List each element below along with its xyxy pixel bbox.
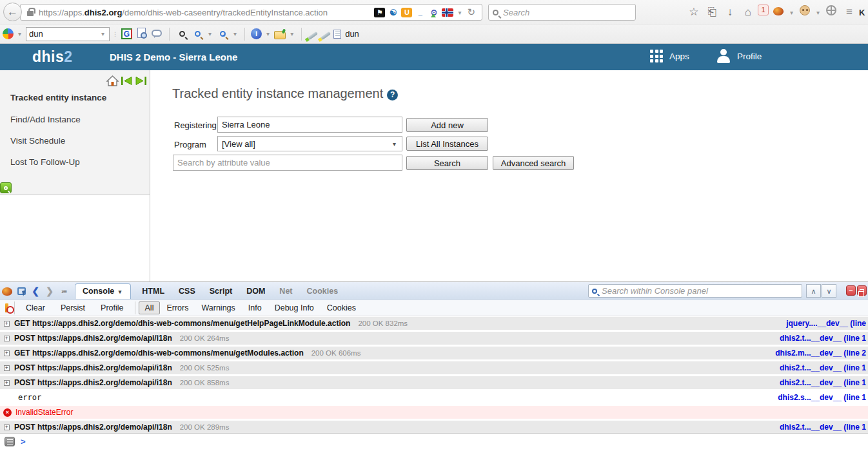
greasemonkey-dropdown-icon[interactable]: ▾	[814, 9, 822, 16]
previous-module-icon[interactable]	[121, 75, 133, 86]
source-link[interactable]: dhis2.t...__dev__ (line 1	[780, 363, 866, 372]
tab-css[interactable]: CSS	[172, 284, 202, 299]
profile-button[interactable]: Profile	[93, 301, 131, 314]
zoom-in-dropdown-icon[interactable]: ▾	[232, 30, 239, 37]
profile-menu-button[interactable]: Profile	[716, 48, 762, 64]
folder-pin-icon[interactable]	[274, 31, 286, 39]
list-all-instances-button[interactable]: List All Instances	[406, 137, 488, 151]
expand-icon[interactable]: +	[4, 350, 10, 356]
console-search-box[interactable]	[588, 284, 802, 298]
expand-icon[interactable]: +	[4, 425, 10, 430]
gear-extension-icon[interactable]: ⚙	[428, 8, 439, 17]
tab-script[interactable]: Script	[202, 284, 239, 299]
persist-button[interactable]: Persist	[53, 301, 93, 314]
menu-hamburger-icon[interactable]: ≡	[841, 4, 858, 21]
search-next-button[interactable]: ∨	[822, 284, 836, 298]
google-toolbar-icon[interactable]	[3, 28, 14, 39]
filter-all[interactable]: All	[139, 301, 161, 314]
inspect-element-icon[interactable]	[14, 284, 28, 298]
comment-bubble-icon[interactable]	[150, 28, 163, 41]
notification-badge[interactable]: 1	[758, 5, 769, 15]
bookmark-star-icon[interactable]: ☆	[686, 4, 702, 21]
clear-button[interactable]: Clear	[18, 301, 53, 314]
apps-menu-button[interactable]: Apps	[650, 50, 689, 63]
downloads-icon[interactable]: ↓	[722, 4, 738, 21]
advanced-search-button[interactable]: Advanced search	[493, 156, 574, 170]
back-button[interactable]: ←	[3, 3, 22, 21]
spotlight-search-icon[interactable]	[175, 28, 188, 41]
source-link[interactable]: dhis2.t...__dev__ (line 1	[780, 423, 866, 432]
break-on-errors-icon[interactable]	[5, 303, 8, 312]
history-back-icon[interactable]: ❮	[28, 284, 43, 298]
browser-search-input[interactable]	[498, 8, 631, 17]
tab-cookies[interactable]: Cookies	[300, 284, 346, 299]
firebug-toolbar-icon[interactable]	[770, 4, 787, 21]
tab-dom[interactable]: DOM	[239, 284, 272, 299]
filter-cookies[interactable]: Cookies	[321, 301, 362, 314]
zoom-search-icon[interactable]	[191, 28, 204, 41]
sidebar-item-visit-schedule[interactable]: Visit Schedule	[10, 136, 65, 146]
bookmarks-list-icon[interactable]: ⎗	[704, 4, 720, 21]
info-dropdown-icon[interactable]: ▾	[264, 30, 271, 37]
expand-icon[interactable]: +	[4, 365, 10, 371]
firebug-detach-button[interactable]	[857, 285, 867, 296]
source-link[interactable]: dhis2.t...__dev__ (line 1	[780, 378, 866, 387]
globe-edit-icon[interactable]	[823, 4, 840, 21]
clipped-extension-icon[interactable]: K	[859, 8, 865, 17]
zoom-in-icon[interactable]: +	[216, 28, 229, 41]
registering-unit-input[interactable]	[217, 117, 402, 133]
reload-icon[interactable]: ↻	[466, 6, 479, 18]
tab-net[interactable]: Net	[272, 284, 299, 299]
command-line-icon[interactable]	[5, 437, 15, 446]
program-select[interactable]: [View all] ▾	[217, 136, 402, 151]
swirl-extension-icon[interactable]: ☯	[388, 8, 399, 17]
underscore-extension-icon[interactable]: _	[415, 8, 426, 17]
attribute-search-input[interactable]	[173, 155, 402, 171]
next-module-icon[interactable]	[135, 75, 147, 86]
expand-icon[interactable]: +	[4, 321, 10, 327]
sidebar-item-find-add-instance[interactable]: Find/Add Instance	[10, 115, 81, 124]
firebug-menu-icon[interactable]	[0, 284, 14, 298]
greasemonkey-icon[interactable]	[796, 4, 813, 21]
source-link[interactable]: dhis2.m...__dev__ (line 2	[775, 349, 866, 358]
filter-info[interactable]: Info	[242, 301, 268, 314]
dhis2-logo[interactable]: dhis2	[32, 48, 73, 66]
home-icon[interactable]: ⌂	[740, 4, 756, 21]
sidebar-section-title[interactable]: Tracked entity instance	[10, 93, 106, 102]
yellow-highlighter-icon[interactable]	[321, 32, 331, 40]
toolbar-search-combo[interactable]: dun ▾	[26, 27, 110, 41]
expand-icon[interactable]: +	[4, 336, 10, 341]
lock-icon[interactable]	[27, 11, 34, 16]
module-home-icon[interactable]	[106, 75, 119, 86]
tab-html[interactable]: HTML	[135, 284, 172, 299]
info-icon[interactable]: i	[251, 28, 262, 39]
tab-console[interactable]: Console ▾	[75, 283, 131, 299]
source-link[interactable]: jquery....__dev__ (line	[786, 319, 866, 328]
zoom-dropdown-icon[interactable]: ▾	[206, 30, 213, 37]
source-link[interactable]: dhis2.t...__dev__ (line 1	[780, 334, 866, 343]
firebug-minimize-button[interactable]: −	[846, 285, 856, 296]
google-dropdown-icon[interactable]: ▾	[16, 30, 23, 37]
expand-icon[interactable]: +	[4, 380, 10, 386]
folder-dropdown-icon[interactable]: ▾	[288, 30, 295, 37]
orange-u-extension-icon[interactable]: U	[401, 8, 412, 17]
url-bar[interactable]: https://apps.dhis2.org/demo/dhis-web-cas…	[20, 4, 482, 21]
command-line-prompt[interactable]: >	[21, 437, 26, 446]
help-icon[interactable]: ?	[387, 90, 398, 100]
norway-flag-icon[interactable]	[442, 8, 453, 17]
g-search-icon[interactable]: G	[121, 28, 132, 39]
sidebar-search-toggle-icon[interactable]	[0, 182, 12, 193]
browser-search-bar[interactable]	[488, 4, 636, 21]
filter-warnings[interactable]: Warnings	[195, 301, 241, 314]
add-new-button[interactable]: Add new	[406, 118, 488, 132]
history-forward-icon[interactable]: ❯	[43, 284, 57, 298]
console-search-input[interactable]	[597, 286, 798, 296]
command-line-toggle-icon[interactable]: ›≡	[57, 284, 71, 298]
green-highlighter-icon[interactable]	[308, 32, 318, 40]
page-find-icon[interactable]	[135, 28, 148, 41]
search-previous-button[interactable]: ∧	[806, 284, 821, 298]
source-link[interactable]: dhis2.s...__dev__ (line 1	[778, 393, 866, 402]
firebug-dropdown-icon[interactable]: ▾	[788, 9, 795, 16]
filter-debug-info[interactable]: Debug Info	[268, 301, 321, 314]
sidebar-item-lost-to-follow-up[interactable]: Lost To Follow-Up	[10, 157, 80, 167]
